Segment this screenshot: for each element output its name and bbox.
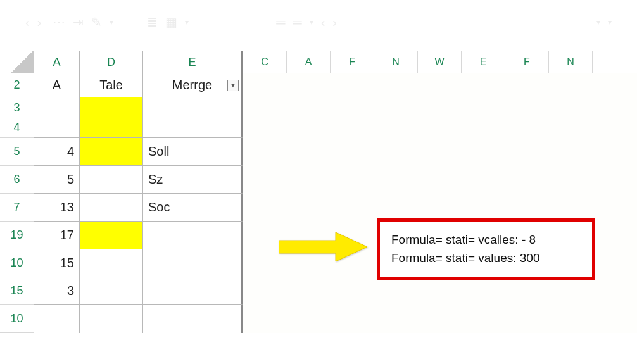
cell-header-D[interactable]: Tale <box>80 73 143 97</box>
col-header-E[interactable]: E <box>143 51 243 73</box>
select-all-corner[interactable] <box>0 51 34 73</box>
cell[interactable] <box>80 194 143 222</box>
cell[interactable]: 17 <box>34 222 80 249</box>
filter-dropdown-icon[interactable]: ▼ <box>227 80 239 91</box>
chevron-down-icon[interactable]: ▾ <box>310 18 313 27</box>
cell[interactable] <box>80 305 143 333</box>
toolbar-divider <box>130 13 130 31</box>
row-header[interactable]: 7 <box>0 194 34 222</box>
cell[interactable]: 4 <box>34 138 80 166</box>
cell[interactable] <box>143 305 243 333</box>
cell[interactable] <box>143 222 243 249</box>
row-header[interactable]: 3 <box>0 97 34 118</box>
col-header[interactable]: F <box>331 51 374 73</box>
cell[interactable] <box>80 97 143 118</box>
cell[interactable] <box>143 118 243 138</box>
row-header[interactable]: 2 <box>0 73 34 97</box>
cell[interactable]: Soc <box>143 194 243 222</box>
col-header-D[interactable]: D <box>80 51 143 73</box>
header-label: Merrge <box>172 78 212 92</box>
list-icon[interactable]: ≣ <box>147 15 158 30</box>
col-header[interactable]: E <box>462 51 505 73</box>
cell[interactable] <box>143 277 243 305</box>
cell[interactable]: Soll <box>143 138 243 166</box>
nav-back-icon[interactable]: ‹ <box>321 15 325 30</box>
col-header[interactable]: N <box>374 51 418 73</box>
table-row: 5 4 Soll <box>0 138 637 166</box>
nav-forward-icon[interactable]: › <box>37 15 42 30</box>
table-header-row: 2 A Tale Merrge ▼ <box>0 73 637 97</box>
chevron-down-icon[interactable]: ▾ <box>608 18 612 27</box>
table-row: 7 13 Soc <box>0 194 637 222</box>
align2-icon[interactable]: ═ <box>293 15 302 30</box>
col-header[interactable]: W <box>418 51 462 73</box>
row-header[interactable]: 10 <box>0 249 34 277</box>
chevron-down-icon[interactable]: ▾ <box>110 18 113 27</box>
row-header[interactable]: 19 <box>0 222 34 249</box>
cell[interactable] <box>80 249 143 277</box>
cell[interactable]: 15 <box>34 249 80 277</box>
col-header-A[interactable]: A <box>34 51 80 73</box>
col-header[interactable]: A <box>287 51 331 73</box>
formula-line-1: Formula= stati= vcalles: - 8 <box>391 230 581 249</box>
cell[interactable] <box>34 97 80 118</box>
align-icon[interactable]: ═ <box>276 15 285 30</box>
table-row: 3 <box>0 97 637 118</box>
cell[interactable]: 3 <box>34 277 80 305</box>
empty-area <box>243 138 637 166</box>
empty-area <box>243 118 637 138</box>
col-header[interactable]: F <box>505 51 549 73</box>
cell[interactable] <box>143 249 243 277</box>
cell[interactable] <box>34 305 80 333</box>
formula-annotation-box: Formula= stati= vcalles: - 8 Formula= st… <box>377 218 595 280</box>
cell[interactable] <box>80 222 143 249</box>
row-header[interactable]: 6 <box>0 166 34 194</box>
chevron-down-icon[interactable]: ▾ <box>596 18 600 27</box>
formula-line-2: Formula= stati= values: 300 <box>391 249 581 267</box>
cell[interactable] <box>80 277 143 305</box>
wrap-icon[interactable]: ⇥ <box>73 15 84 30</box>
table-icon[interactable]: ▦ <box>165 15 177 30</box>
col-header[interactable]: N <box>549 51 593 73</box>
cell-header-E[interactable]: Merrge ▼ <box>143 73 243 97</box>
nav-back-icon[interactable]: ‹ <box>25 15 30 30</box>
table-row: 4 <box>0 118 637 138</box>
nav-forward-icon[interactable]: › <box>332 15 337 30</box>
cell[interactable] <box>80 118 143 138</box>
arrow-annotation <box>279 231 367 263</box>
cell[interactable]: 13 <box>34 194 80 222</box>
row-header[interactable]: 4 <box>0 118 34 138</box>
toolbar: ‹ › ⋯ ⇥ ✎ ▾ ≣ ▦ ▾ ═ ═ ▾ ‹ › ▾ ▾ <box>0 0 637 44</box>
cell[interactable] <box>80 138 143 166</box>
table-row: 15 3 <box>0 277 637 305</box>
svg-marker-0 <box>279 232 367 261</box>
spreadsheet: A D E C A F N W E F N 2 A Tale Merrge ▼ … <box>0 51 637 333</box>
row-header[interactable]: 5 <box>0 138 34 166</box>
empty-area <box>243 73 637 97</box>
col-header[interactable]: C <box>243 51 287 73</box>
row-header[interactable]: 10 <box>0 305 34 333</box>
table-row: 6 5 Sz <box>0 166 637 194</box>
empty-area <box>243 305 637 333</box>
chevron-down-icon[interactable]: ▾ <box>185 18 189 27</box>
cell[interactable] <box>80 166 143 194</box>
cell[interactable] <box>34 118 80 138</box>
paint-icon[interactable]: ✎ <box>91 15 102 30</box>
table-row: 10 <box>0 305 637 333</box>
cell-header-A[interactable]: A <box>34 73 80 97</box>
empty-area <box>243 97 637 118</box>
cell[interactable]: Sz <box>143 166 243 194</box>
row-header[interactable]: 15 <box>0 277 34 305</box>
empty-area <box>243 166 637 194</box>
cell[interactable] <box>143 97 243 118</box>
more-icon[interactable]: ⋯ <box>53 15 65 30</box>
column-header-row: A D E C A F N W E F N <box>0 51 637 73</box>
cell[interactable]: 5 <box>34 166 80 194</box>
empty-area <box>243 277 637 305</box>
empty-area <box>243 194 637 222</box>
